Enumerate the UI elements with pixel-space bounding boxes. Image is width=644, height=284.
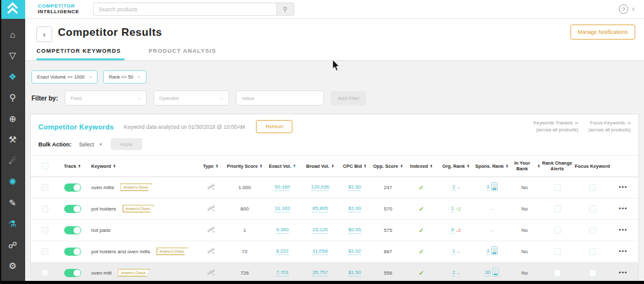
field-select[interactable]: Field ⌄	[65, 90, 147, 106]
home-icon[interactable]: ⌂	[0, 24, 25, 45]
org-rank-link[interactable]: 2	[452, 184, 455, 191]
flask-icon[interactable]: ⚗	[0, 214, 25, 235]
cpc-bid-link[interactable]: $1.00	[348, 205, 361, 212]
focus-keyword-checkbox[interactable]	[589, 248, 596, 255]
track-toggle[interactable]	[64, 226, 81, 234]
track-toggle[interactable]	[64, 248, 81, 256]
sort-arrows-icon[interactable]: ▲▼	[78, 164, 80, 168]
sort-arrows-icon[interactable]: ▲▼	[293, 164, 296, 168]
help-icon[interactable]: ?	[619, 4, 628, 14]
org-rank-link[interactable]: 9	[451, 227, 453, 234]
row-menu-icon[interactable]: •••	[619, 227, 628, 233]
broad-vol-link[interactable]: 120,936	[311, 184, 330, 191]
keyword-type-trend-icon[interactable]	[207, 205, 215, 212]
rocket-pen-icon[interactable]: ✎	[0, 192, 25, 214]
row-menu-icon[interactable]: •••	[619, 248, 628, 254]
column-header-keyword[interactable]: Keyword▲▼	[89, 163, 196, 169]
exact-vol-link[interactable]: 31,183	[275, 205, 290, 212]
track-toggle[interactable]	[64, 205, 81, 213]
focus-keyword-checkbox[interactable]	[589, 205, 596, 212]
sort-arrows-icon[interactable]: ▲▼	[260, 164, 262, 168]
chip-close-icon[interactable]: ×	[138, 74, 141, 80]
keyword-cluster-icon[interactable]: ❖	[0, 66, 25, 87]
search-icon[interactable]: ⚲	[0, 87, 25, 109]
serp-position-icon[interactable]	[492, 268, 499, 278]
broad-vol-link[interactable]: 23,120	[313, 227, 328, 234]
org-rank-link[interactable]: 1	[451, 205, 453, 212]
sort-arrows-icon[interactable]: ▲▼	[364, 164, 366, 168]
cpc-bid-link[interactable]: $1.50	[348, 184, 361, 191]
search-icon[interactable]: ⚲	[276, 3, 294, 15]
exact-vol-link[interactable]: 8,222	[276, 248, 289, 255]
back-button[interactable]: ‹	[36, 26, 52, 42]
broad-vol-link[interactable]: 35,757	[313, 270, 328, 276]
sort-arrows-icon[interactable]: ▲▼	[506, 164, 508, 168]
keyword-type-trend-icon[interactable]	[207, 183, 215, 191]
exact-vol-link[interactable]: 50,160	[275, 184, 290, 191]
row-checkbox[interactable]	[42, 227, 48, 234]
cpc-bid-link[interactable]: $1.02	[348, 248, 361, 255]
apply-button[interactable]: Apply	[111, 138, 142, 150]
column-header-exact-vol-[interactable]: Exact Vol.▲▼	[264, 163, 301, 169]
column-header-org-rank[interactable]: Org. Rank▲▼	[437, 163, 475, 169]
track-toggle[interactable]	[64, 183, 81, 192]
sort-arrows-icon[interactable]: ▲▼	[331, 164, 334, 168]
focus-keyword-checkbox[interactable]	[589, 227, 596, 234]
broad-vol-link[interactable]: 85,895	[313, 205, 328, 212]
column-header-spons-rank[interactable]: Spons. Rank▲▼	[475, 163, 509, 169]
rank-change-alert-checkbox[interactable]	[554, 184, 561, 191]
keyword-type-trend-icon[interactable]	[207, 248, 215, 255]
sort-arrows-icon[interactable]: ▲▼	[400, 164, 402, 168]
track-toggle[interactable]	[64, 269, 81, 277]
chevron-down-icon[interactable]: ∨	[631, 6, 635, 12]
rank-change-alert-checkbox[interactable]	[554, 248, 561, 255]
row-menu-icon[interactable]: •••	[619, 270, 628, 276]
key-spark-icon[interactable]: ✺	[0, 172, 25, 193]
spons-rank-link[interactable]: 3	[486, 184, 489, 191]
select-all-checkbox[interactable]	[42, 163, 48, 170]
cpc-bid-link[interactable]: $1.50	[348, 270, 361, 276]
value-input[interactable]	[236, 90, 324, 106]
row-checkbox[interactable]	[42, 205, 48, 212]
row-menu-icon[interactable]: •••	[619, 205, 628, 212]
sort-arrows-icon[interactable]: ▲▼	[430, 164, 432, 168]
wrench-icon[interactable]: ⚒	[0, 129, 25, 151]
broad-vol-link[interactable]: 11,058	[313, 248, 328, 255]
serp-position-icon[interactable]	[491, 182, 497, 192]
chip-close-icon[interactable]: ×	[89, 74, 92, 80]
search-input[interactable]	[94, 3, 276, 15]
rank-change-alert-checkbox[interactable]	[554, 270, 561, 276]
operator-select[interactable]: Operator ⌄	[153, 90, 229, 106]
tab-product-analysis[interactable]: PRODUCT ANALYSIS	[148, 48, 216, 60]
manage-notifications-button[interactable]: Manage Notifications	[570, 25, 635, 40]
focus-keyword-checkbox[interactable]	[589, 184, 596, 191]
column-header-type[interactable]: Type▲▼	[196, 163, 226, 169]
sort-arrows-icon[interactable]: ▲▼	[113, 164, 116, 168]
spons-rank-link[interactable]: 3	[486, 248, 489, 255]
target-icon[interactable]: ⊕	[0, 108, 25, 129]
column-header-in-your-bank[interactable]: In Your Bank▲▼	[509, 160, 540, 172]
bulk-action-select[interactable]: Select ▾	[79, 141, 102, 148]
add-filter-button[interactable]: Add Filter	[331, 91, 366, 106]
keyword-type-trend-icon[interactable]	[207, 269, 215, 276]
focus-keyword-checkbox[interactable]	[589, 270, 596, 276]
column-header-broad-vol-[interactable]: Broad Vol.▲▼	[301, 163, 339, 169]
rank-change-alert-checkbox[interactable]	[554, 227, 561, 234]
rank-change-alert-checkbox[interactable]	[554, 205, 561, 212]
column-header-indexed[interactable]: Indexed▲▼	[406, 163, 437, 169]
sort-arrows-icon[interactable]: ▲▼	[467, 164, 469, 168]
column-header-priority-score[interactable]: Priority Score▲▼	[226, 163, 264, 169]
org-rank-link[interactable]: 1	[452, 248, 455, 255]
funnel-icon[interactable]: ▽	[0, 45, 25, 67]
row-checkbox[interactable]	[42, 248, 48, 255]
row-checkbox[interactable]	[42, 270, 48, 276]
tab-competitor-keywords[interactable]: COMPETITOR KEYWORDS	[36, 48, 125, 60]
sort-arrows-icon[interactable]: ▲▼	[216, 164, 218, 168]
row-menu-icon[interactable]: •••	[619, 184, 628, 190]
exact-vol-link[interactable]: 7,701	[276, 270, 289, 276]
cpc-bid-link[interactable]: $0.55	[348, 227, 361, 234]
exact-vol-link[interactable]: 9,340	[276, 227, 289, 234]
serp-position-icon[interactable]	[491, 246, 497, 256]
split-network-icon[interactable]: ☍	[0, 234, 25, 256]
app-logo-chevrons-icon[interactable]	[0, 0, 25, 19]
